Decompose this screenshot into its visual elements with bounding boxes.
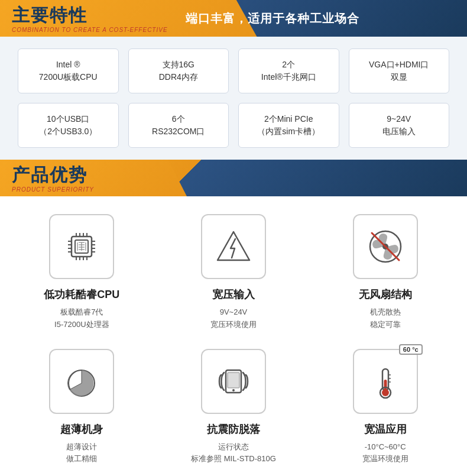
advantage-item-fanless: 无风扇结构 机壳散热 稳定可靠 xyxy=(315,214,455,331)
advantage-header-left: 产品优势 PRODUCT SUPERIORITY xyxy=(12,163,94,193)
feature-voltage-line2: 电压输入 xyxy=(355,125,443,138)
advantage-thin-desc: 超薄设计 做工精细 xyxy=(66,441,97,466)
advantage-temp-title: 宽温应用 xyxy=(364,422,407,436)
advantage-item-temp: 60 °c 宽温应用 -10°C~60°C xyxy=(315,349,455,466)
svg-marker-25 xyxy=(218,232,249,260)
header-right-text: 端口丰富，适用于各种工业场合 xyxy=(186,11,359,27)
feature-usb-line2: （2个USB3.0） xyxy=(24,125,112,138)
feature-usb-line1: 10个USB口 xyxy=(24,113,112,125)
header-sub-title: COMBINATION TO CREATE A COST-EFFECTIVE xyxy=(12,27,168,33)
feature-display-line1: VGA口+HDMI口 xyxy=(355,59,443,71)
feature-ddr4-line1: 支持16G xyxy=(135,59,223,71)
advantage-item-thin: 超薄机身 超薄设计 做工精细 xyxy=(12,349,152,466)
advantage-voltage-title: 宽压输入 xyxy=(212,287,255,302)
advantage-cpu-desc: 板载酷睿7代 I5-7200U处理器 xyxy=(54,306,109,331)
advantage-fanless-desc: 机壳散热 稳定可靠 xyxy=(370,306,401,331)
advantage-main-title: 产品优势 xyxy=(12,163,94,187)
advantage-sub-title: PRODUCT SUPERIORITY xyxy=(12,186,94,193)
svg-point-32 xyxy=(232,389,235,391)
svg-rect-31 xyxy=(228,373,239,388)
feature-pcie-line1: 2个Mini PCIe xyxy=(245,113,333,125)
cpu-icon-wrapper xyxy=(49,214,114,279)
advantage-section: 低功耗酷睿CPU 板载酷睿7代 I5-7200U处理器 宽压输入 9V~24V … xyxy=(0,196,467,476)
antishock-icon xyxy=(213,361,254,402)
advantage-item-voltage: 宽压输入 9V~24V 宽压环境使用 xyxy=(164,214,304,331)
feature-card-cpu: Intel ® 7200U板载CPU xyxy=(18,48,119,93)
advantage-voltage-desc: 9V~24V 宽压环境使用 xyxy=(210,306,257,331)
fanless-icon-wrapper xyxy=(353,214,418,279)
feature-rs232-line1: 6个 xyxy=(135,113,223,125)
temp-icon xyxy=(365,361,406,402)
feature-display-line2: 双显 xyxy=(355,71,443,83)
advantage-antishock-title: 抗震防脱落 xyxy=(207,422,260,436)
advantage-grid: 低功耗酷睿CPU 板载酷睿7代 I5-7200U处理器 宽压输入 9V~24V … xyxy=(12,214,455,465)
advantage-item-antishock: 抗震防脱落 运行状态 标准参照 MIL-STD-810G xyxy=(164,349,304,466)
feature-card-pcie: 2个Mini PCIe （内置sim卡槽） xyxy=(238,103,339,148)
feature-cpu-line1: Intel ® xyxy=(24,59,112,71)
fanless-icon xyxy=(365,226,406,267)
advantage-fanless-title: 无风扇结构 xyxy=(359,287,412,302)
svg-rect-34 xyxy=(384,380,387,390)
header-main-title: 主要特性 xyxy=(12,4,168,28)
feature-card-rs232: 6个 RS232COM口 xyxy=(128,103,229,148)
thin-icon-wrapper xyxy=(49,349,114,414)
antishock-icon-wrapper xyxy=(201,349,266,414)
advantage-cpu-title: 低功耗酷睿CPU xyxy=(44,287,119,302)
temp-badge: 60 °c xyxy=(399,344,423,355)
advantage-item-cpu: 低功耗酷睿CPU 板载酷睿7代 I5-7200U处理器 xyxy=(12,214,152,331)
advantage-temp-desc: -10°C~60°C 宽温环境使用 xyxy=(362,441,408,466)
advantage-antishock-desc: 运行状态 标准参照 MIL-STD-810G xyxy=(191,441,276,466)
voltage-icon xyxy=(213,226,254,267)
feature-card-usb: 10个USB口 （2个USB3.0） xyxy=(18,103,119,148)
advantage-header: 产品优势 PRODUCT SUPERIORITY xyxy=(0,160,467,196)
feature-card-display: VGA口+HDMI口 双显 xyxy=(349,48,450,93)
feature-voltage-line1: 9~24V xyxy=(355,113,443,125)
features-section: Intel ® 7200U板载CPU 支持16G DDR4内存 2个 Intel… xyxy=(0,37,467,160)
voltage-icon-wrapper xyxy=(201,214,266,279)
advantage-thin-title: 超薄机身 xyxy=(60,422,103,436)
thin-icon xyxy=(61,361,102,402)
temp-icon-wrapper: 60 °c xyxy=(353,349,418,414)
feature-nic-line2: Intel®千兆网口 xyxy=(245,71,333,83)
cpu-icon xyxy=(61,226,102,267)
feature-pcie-line2: （内置sim卡槽） xyxy=(245,125,333,138)
feature-cpu-line2: 7200U板载CPU xyxy=(24,71,112,83)
feature-card-nic: 2个 Intel®千兆网口 xyxy=(238,48,339,93)
feature-ddr4-line2: DDR4内存 xyxy=(135,71,223,83)
main-features-header: 主要特性 COMBINATION TO CREATE A COST-EFFECT… xyxy=(0,0,467,37)
feature-card-ddr4: 支持16G DDR4内存 xyxy=(128,48,229,93)
feature-card-voltage: 9~24V 电压输入 xyxy=(349,103,450,148)
feature-nic-line1: 2个 xyxy=(245,59,333,71)
features-grid: Intel ® 7200U板载CPU 支持16G DDR4内存 2个 Intel… xyxy=(18,48,449,148)
header-left: 主要特性 COMBINATION TO CREATE A COST-EFFECT… xyxy=(12,4,168,33)
svg-point-36 xyxy=(382,389,389,396)
feature-rs232-line2: RS232COM口 xyxy=(135,125,223,138)
